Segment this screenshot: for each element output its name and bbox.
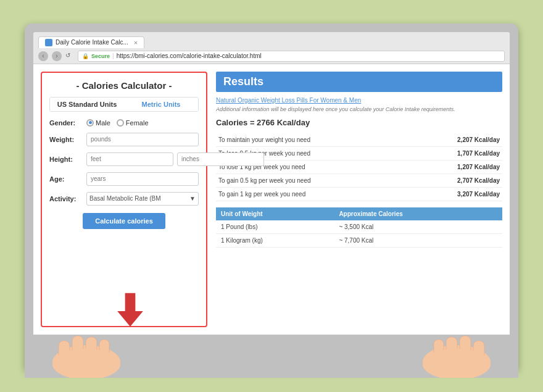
url-text: https://bmi-calories.com/calorie-intake-… <box>117 52 262 59</box>
laptop-screen: Daily Calorie Intake Calc... × ‹ › ↺ 🔒 S… <box>33 32 510 335</box>
result-value: 1,707 Kcal/day <box>408 147 502 161</box>
result-description: To maintain your weight you need <box>216 133 408 147</box>
result-value: 2,707 Kcal/day <box>408 174 502 188</box>
laptop-frame: Daily Calorie Intake Calc... × ‹ › ↺ 🔒 S… <box>25 23 518 369</box>
calculator-panel: - Calories Calculator - US Standard Unit… <box>41 72 207 327</box>
height-inputs <box>86 152 264 166</box>
activity-row: Activity: Basal Metabolic Rate (BM ▼ <box>49 192 199 206</box>
address-bar[interactable]: 🔒 Secure | https://bmi-calories.com/calo… <box>78 51 505 62</box>
gender-female-option[interactable]: Female <box>117 119 149 127</box>
age-input[interactable] <box>86 172 199 186</box>
male-radio[interactable] <box>86 119 94 127</box>
result-description: To gain 1 kg per week you need <box>216 188 408 201</box>
weight-col2-header: Approximate Calories <box>334 207 502 220</box>
activity-label: Activity: <box>49 195 81 202</box>
gender-radio-group: Male Female <box>86 119 149 127</box>
gender-row: Gender: Male Female <box>49 119 199 127</box>
height-label: Height: <box>49 156 81 163</box>
result-row: To maintain your weight you need 2,207 K… <box>216 133 502 147</box>
weight-row: Weight: <box>49 133 199 146</box>
weight-input[interactable] <box>86 133 199 146</box>
pipe-separator: | <box>112 52 114 59</box>
female-radio[interactable] <box>117 119 124 127</box>
result-value: 2,207 Kcal/day <box>408 133 502 147</box>
calories-label: Calories = 2766 Kcal/day <box>216 118 310 127</box>
browser-tab[interactable]: Daily Calorie Intake Calc... × <box>38 36 144 48</box>
gender-label: Gender: <box>49 119 81 127</box>
result-value: 1,207 Kcal/day <box>408 161 502 174</box>
weight-calories: ~ 7,700 Kcal <box>334 234 502 248</box>
tab-us-standard[interactable]: US Standard Units <box>50 98 124 111</box>
results-info: Additional information will be displayed… <box>216 106 502 114</box>
result-value: 3,207 Kcal/day <box>408 188 502 201</box>
weight-row: 1 Kilogram (kg) ~ 7,700 Kcal <box>216 234 502 248</box>
tab-metric[interactable]: Metric Units <box>124 98 198 111</box>
tab-bar: Daily Calorie Intake Calc... × <box>33 32 510 49</box>
refresh-btn[interactable]: ↺ <box>65 52 74 60</box>
activity-select[interactable]: Basal Metabolic Rate (BM ▼ <box>86 192 199 206</box>
right-hand-icon <box>413 328 500 378</box>
gender-male-option[interactable]: Male <box>86 119 110 127</box>
browser-chrome: Daily Calorie Intake Calc... × ‹ › ↺ 🔒 S… <box>33 32 510 64</box>
height-feet-input[interactable] <box>86 152 173 166</box>
laptop-base-area <box>25 335 518 378</box>
svg-marker-0 <box>117 293 143 326</box>
ad-link[interactable]: Natural Organic Weight Loss Pills For Wo… <box>216 97 502 104</box>
tab-favicon <box>45 39 52 46</box>
result-row: To gain 0.5 kg per week you need 2,707 K… <box>216 174 502 188</box>
activity-dropdown-icon: ▼ <box>189 195 196 202</box>
calories-total: Calories = 2766 Kcal/day <box>216 118 502 127</box>
tab-label: Daily Calorie Intake Calc... <box>56 39 128 46</box>
calculate-button[interactable]: Calculate calories <box>83 213 165 229</box>
result-description: To gain 0.5 kg per week you need <box>216 174 408 188</box>
red-arrow-icon <box>115 293 146 330</box>
results-panel: Results Natural Organic Weight Loss Pill… <box>216 72 502 327</box>
age-row: Age: <box>49 172 199 186</box>
secure-label: Secure <box>91 53 110 59</box>
arrow-container <box>115 293 146 332</box>
unit-tabs: US Standard Units Metric Units <box>49 97 199 112</box>
calculator-title: - Calories Calculator - <box>49 80 199 91</box>
weight-unit: 1 Kilogram (kg) <box>216 234 334 248</box>
tab-close-btn[interactable]: × <box>134 39 138 46</box>
address-bar-row: ‹ › ↺ 🔒 Secure | https://bmi-calories.co… <box>33 49 510 64</box>
weight-col1-header: Unit of Weight <box>216 207 334 220</box>
forward-btn[interactable]: › <box>52 51 62 61</box>
weight-label: Weight: <box>49 136 81 143</box>
activity-value: Basal Metabolic Rate (BM <box>89 195 161 202</box>
back-btn[interactable]: ‹ <box>38 51 48 61</box>
female-label: Female <box>126 119 149 127</box>
lock-icon: 🔒 <box>82 53 89 59</box>
results-table: To maintain your weight you need 2,207 K… <box>216 133 502 201</box>
age-label: Age: <box>49 175 81 183</box>
height-row: Height: <box>49 152 199 166</box>
result-row: To gain 1 kg per week you need 3,207 Kca… <box>216 188 502 201</box>
weight-table: Unit of Weight Approximate Calories 1 Po… <box>216 207 502 248</box>
male-label: Male <box>96 119 110 127</box>
weight-calories: ~ 3,500 Kcal <box>334 220 502 234</box>
browser-content: - Calories Calculator - US Standard Unit… <box>33 64 510 335</box>
height-inches-input[interactable] <box>177 152 264 166</box>
weight-unit: 1 Pound (lbs) <box>216 220 334 234</box>
weight-row: 1 Pound (lbs) ~ 3,500 Kcal <box>216 220 502 234</box>
results-header: Results <box>216 72 502 92</box>
left-hand-icon <box>43 328 130 378</box>
